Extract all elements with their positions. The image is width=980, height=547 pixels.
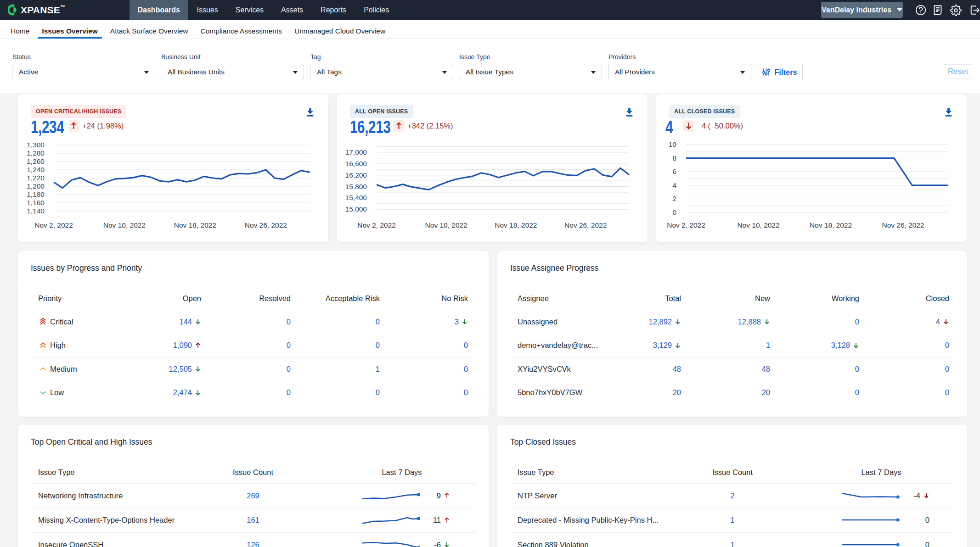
svg-text:15,400: 15,400 (345, 194, 367, 201)
svg-text:Nov 18, 2022: Nov 18, 2022 (174, 221, 216, 229)
svg-text:1,160: 1,160 (27, 199, 45, 207)
svg-text:Nov 10, 2022: Nov 10, 2022 (425, 221, 467, 229)
svg-text:15,800: 15,800 (345, 183, 367, 190)
svg-text:Nov 2, 2022: Nov 2, 2022 (357, 221, 396, 229)
svg-text:Nov 10, 2022: Nov 10, 2022 (103, 221, 146, 229)
svg-text:10: 10 (669, 140, 677, 148)
svg-text:6: 6 (672, 167, 676, 175)
svg-text:15,000: 15,000 (345, 205, 367, 213)
svg-text:Nov 26, 2022: Nov 26, 2022 (564, 221, 607, 229)
svg-text:Nov 10, 2022: Nov 10, 2022 (737, 221, 779, 229)
svg-text:Nov 26, 2022: Nov 26, 2022 (245, 221, 287, 229)
svg-text:Nov 18, 2022: Nov 18, 2022 (495, 221, 537, 229)
svg-text:1,260: 1,260 (27, 157, 45, 165)
svg-text:Nov 2, 2022: Nov 2, 2022 (667, 221, 705, 229)
svg-text:1,180: 1,180 (27, 190, 45, 198)
svg-text:1,280: 1,280 (27, 149, 45, 157)
svg-text:17,000: 17,000 (345, 148, 367, 156)
svg-text:0: 0 (672, 208, 676, 216)
svg-text:2: 2 (672, 195, 676, 202)
svg-text:1,140: 1,140 (27, 207, 45, 215)
svg-text:1,220: 1,220 (27, 174, 45, 182)
svg-text:8: 8 (672, 154, 676, 162)
svg-text:4: 4 (672, 181, 676, 189)
svg-text:Nov 26, 2022: Nov 26, 2022 (882, 221, 924, 229)
svg-text:Nov 2, 2022: Nov 2, 2022 (34, 221, 73, 229)
svg-text:1,240: 1,240 (27, 166, 45, 173)
svg-text:Nov 18, 2022: Nov 18, 2022 (810, 221, 852, 229)
svg-text:16,200: 16,200 (345, 171, 367, 179)
svg-text:1,200: 1,200 (27, 182, 45, 190)
svg-text:16,600: 16,600 (345, 160, 367, 167)
svg-text:1,300: 1,300 (27, 141, 45, 149)
